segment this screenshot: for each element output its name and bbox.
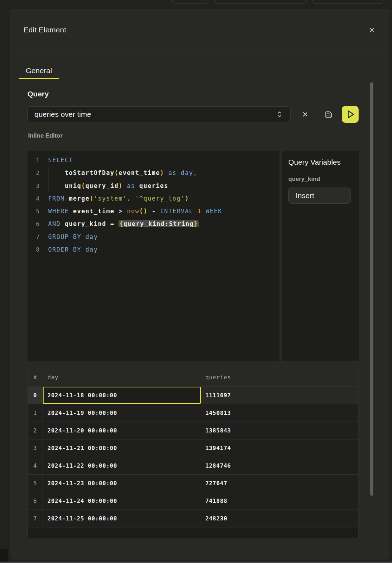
row-index-cell: 1 [28,404,43,422]
background-toolbar-button[interactable] [215,0,307,4]
code-line: 4FROM merge('system', '^query_log') [27,192,279,205]
floppy-disk-icon [325,111,332,118]
table-row[interactable]: 42024-11-22 00:00:001284746 [28,457,358,475]
line-number: 5 [27,205,39,218]
day-cell[interactable]: 2024-11-23 00:00:00 [43,475,201,492]
day-cell[interactable]: 2024-11-22 00:00:00 [43,457,201,474]
tab-general[interactable]: General [19,62,59,79]
day-cell[interactable]: 2024-11-19 00:00:00 [43,404,201,422]
table-header-cell: queries [201,368,358,386]
table-row[interactable]: 52024-11-23 00:00:00727647 [28,475,358,492]
query-variables-title: Query Variables [288,158,352,167]
play-icon [342,106,359,123]
code-line: 2 toStartOfDay(event_time) as day, [27,166,279,179]
code-line: 6AND query_kind = {query_kind:String} [27,217,279,230]
table-header-cell: day [43,368,201,386]
line-number: 8 [27,243,39,256]
line-number: 4 [27,192,39,205]
day-cell[interactable]: 2024-11-24 00:00:00 [43,492,201,510]
unfold-chevrons-icon [276,111,283,118]
code-line: 8ORDER BY day [27,243,279,256]
query-section-title: Query [27,89,49,99]
query-variable-name: query_kind [288,175,352,183]
queries-cell[interactable]: 1450813 [201,404,358,422]
background-bottom-strip [0,562,392,563]
line-number: 7 [27,231,39,243]
code-line: 7GROUP BY day [27,230,279,243]
screen: Edit Element General Query queries over … [0,0,392,563]
results-table: #dayqueries02024-11-18 00:00:00111169712… [27,368,359,538]
modal-title: Edit Element [24,25,66,34]
line-number: 3 [27,180,39,192]
table-row[interactable]: 62024-11-24 00:00:00741888 [28,492,358,510]
background-toolbar-button[interactable] [172,0,208,4]
background-toolbar [0,0,392,9]
row-index-cell: 3 [28,439,43,457]
table-header-cell: # [28,368,43,386]
row-index-cell: 4 [28,457,43,474]
query-select-value: queries over time [34,110,276,119]
row-index-cell: 6 [28,492,43,510]
x-icon [303,112,308,117]
queries-cell[interactable]: 248230 [201,510,358,527]
table-row[interactable]: 02024-11-18 00:00:001111697 [28,387,358,404]
queries-cell[interactable]: 1284746 [201,457,358,474]
row-index-cell: 0 [28,387,43,404]
edit-element-modal: Edit Element General Query queries over … [10,9,390,560]
line-number: 2 [27,167,39,179]
clear-query-button[interactable] [299,108,311,120]
queries-cell[interactable]: 741888 [201,492,358,510]
row-index-cell: 5 [28,475,43,492]
table-row[interactable]: 12024-11-19 00:00:001450813 [28,404,358,422]
sql-editor[interactable]: 1SELECT2 toStartOfDay(event_time) as day… [27,151,279,361]
queries-cell[interactable]: 1385843 [201,422,358,439]
background-toolbar-button[interactable] [312,0,384,4]
row-index-cell: 7 [28,510,43,527]
table-row[interactable]: 22024-11-20 00:00:001385843 [28,422,358,439]
code-line: 3 uniq(query_id) as queries [27,179,279,192]
insert-variable-button[interactable]: Insert [288,188,351,204]
line-number: 1 [27,154,39,167]
close-button[interactable] [367,25,377,35]
line-number: 6 [27,218,39,230]
query-variables-panel: Query Variables query_kind Insert [282,151,359,361]
queries-cell[interactable]: 727647 [201,475,358,492]
table-header-row: #dayqueries [28,368,358,387]
day-cell[interactable]: 2024-11-25 00:00:00 [43,510,201,527]
run-query-button[interactable] [342,106,359,123]
row-index-cell: 2 [28,422,43,439]
background-corner [0,549,8,562]
save-query-button[interactable] [322,108,334,120]
table-row[interactable]: 72024-11-25 00:00:00248230 [28,510,358,527]
queries-cell[interactable]: 1394174 [201,439,358,457]
day-cell[interactable]: 2024-11-18 00:00:00 [43,387,201,404]
day-cell[interactable]: 2024-11-20 00:00:00 [43,422,201,439]
tab-general-label: General [26,67,52,75]
table-row[interactable]: 32024-11-21 00:00:001394174 [28,439,358,457]
day-cell[interactable]: 2024-11-21 00:00:00 [43,439,201,457]
queries-cell[interactable]: 1111697 [201,387,358,404]
inline-editor-label: Inline Editor [28,132,63,140]
header-divider [10,51,390,51]
modal-scrollbar[interactable] [370,82,373,496]
indent-guide [49,166,49,192]
code-line: 1SELECT [27,154,279,166]
tab-active-underline [19,78,59,79]
close-icon [369,28,374,32]
code-line: 5WHERE event_time > now() - INTERVAL 1 W… [27,205,279,217]
query-select[interactable]: queries over time [27,106,291,122]
